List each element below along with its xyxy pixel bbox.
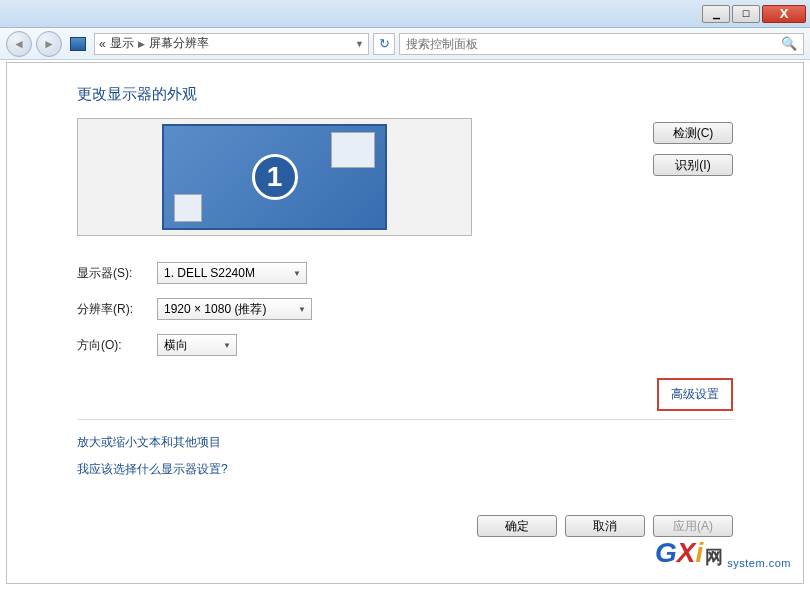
- detect-button[interactable]: 检测(C): [653, 122, 733, 144]
- titlebar: ▁ ☐ X: [0, 0, 810, 28]
- minimize-button[interactable]: ▁: [702, 5, 730, 23]
- divider: [77, 419, 733, 420]
- breadcrumb-item-resolution[interactable]: 屏幕分辨率: [149, 35, 209, 52]
- navbar: ◄ ► « 显示 ▶ 屏幕分辨率 ▼ ↻ 🔍: [0, 28, 810, 60]
- preview-window-icon: [174, 194, 202, 222]
- display-label: 显示器(S):: [77, 265, 157, 282]
- search-icon[interactable]: 🔍: [781, 36, 797, 51]
- control-panel-icon: [70, 37, 86, 51]
- advanced-highlight-box: 高级设置: [657, 378, 733, 411]
- help-links: 放大或缩小文本和其他项目 我应该选择什么显示器设置?: [77, 434, 733, 478]
- cancel-button[interactable]: 取消: [565, 515, 645, 537]
- resolution-row: 分辨率(R): 1920 × 1080 (推荐): [77, 298, 733, 320]
- display-number-badge: 1: [252, 154, 298, 200]
- breadcrumb[interactable]: « 显示 ▶ 屏幕分辨率 ▼: [94, 33, 369, 55]
- help-link[interactable]: 我应该选择什么显示器设置?: [77, 461, 733, 478]
- text-size-link[interactable]: 放大或缩小文本和其他项目: [77, 434, 733, 451]
- content-area: 更改显示器的外观 1 检测(C) 识别(I) 显示器(S): 1. DELL S…: [6, 62, 804, 584]
- nav-forward-button[interactable]: ►: [36, 31, 62, 57]
- display-row: 显示器(S): 1. DELL S2240M: [77, 262, 733, 284]
- arrow-left-icon: ◄: [13, 37, 25, 51]
- search-box[interactable]: 🔍: [399, 33, 804, 55]
- watermark: GXi 网 system.com: [655, 537, 791, 569]
- watermark-text: 网: [705, 545, 723, 569]
- identify-button[interactable]: 识别(I): [653, 154, 733, 176]
- resolution-label: 分辨率(R):: [77, 301, 157, 318]
- dialog-buttons: 确定 取消 应用(A): [477, 515, 733, 537]
- advanced-row: 高级设置: [77, 378, 733, 411]
- search-input[interactable]: [406, 37, 781, 51]
- window: ▁ ☐ X ◄ ► « 显示 ▶ 屏幕分辨率 ▼ ↻ 🔍 更改显示器的外观 1: [0, 0, 810, 590]
- chevron-right-icon: ▶: [138, 39, 145, 49]
- desktop-preview: 1: [162, 124, 387, 230]
- minimize-icon: ▁: [713, 9, 720, 19]
- apply-button[interactable]: 应用(A): [653, 515, 733, 537]
- preview-buttons: 检测(C) 识别(I): [492, 118, 733, 236]
- close-button[interactable]: X: [762, 5, 806, 23]
- close-icon: X: [780, 6, 789, 21]
- monitor-preview-box[interactable]: 1: [77, 118, 472, 236]
- orientation-row: 方向(O): 横向: [77, 334, 733, 356]
- display-select[interactable]: 1. DELL S2240M: [157, 262, 307, 284]
- orientation-select[interactable]: 横向: [157, 334, 237, 356]
- advanced-settings-link[interactable]: 高级设置: [671, 387, 719, 401]
- orientation-label: 方向(O):: [77, 337, 157, 354]
- refresh-button[interactable]: ↻: [373, 33, 395, 55]
- resolution-select[interactable]: 1920 × 1080 (推荐): [157, 298, 312, 320]
- breadcrumb-item-display[interactable]: 显示: [110, 35, 134, 52]
- page-title: 更改显示器的外观: [77, 85, 733, 104]
- maximize-button[interactable]: ☐: [732, 5, 760, 23]
- monitor-preview-row: 1 检测(C) 识别(I): [77, 118, 733, 236]
- maximize-icon: ☐: [742, 9, 750, 19]
- watermark-logo: GXi: [655, 537, 703, 569]
- preview-window-icon: [331, 132, 375, 168]
- arrow-right-icon: ►: [43, 37, 55, 51]
- nav-back-button[interactable]: ◄: [6, 31, 32, 57]
- ok-button[interactable]: 确定: [477, 515, 557, 537]
- breadcrumb-prefix: «: [99, 37, 106, 51]
- watermark-url: system.com: [727, 557, 791, 569]
- chevron-down-icon[interactable]: ▼: [355, 39, 364, 49]
- refresh-icon: ↻: [379, 36, 390, 51]
